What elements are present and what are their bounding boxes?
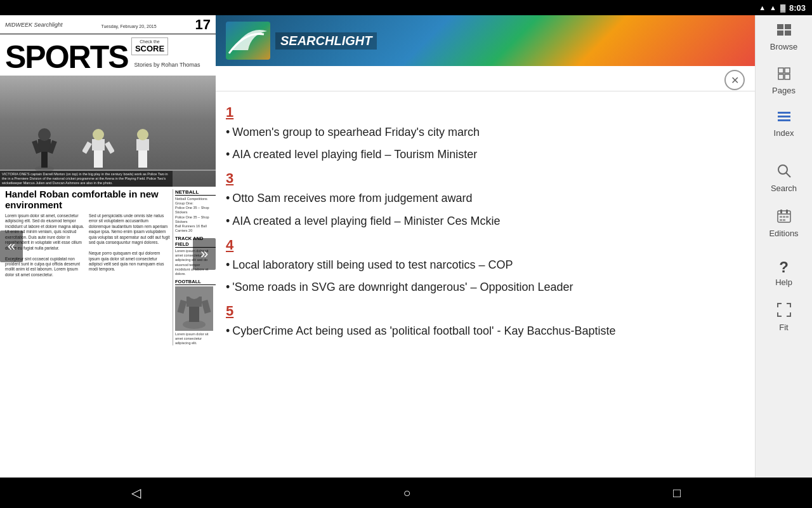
bottom-nav-bar: ◁ ○ □ xyxy=(0,478,812,508)
netball-content: Netball Competitions Group One: Police O… xyxy=(175,197,216,233)
svg-rect-10 xyxy=(105,142,114,154)
close-icon: ✕ xyxy=(731,74,739,86)
search-icon-svg xyxy=(776,163,792,178)
svg-point-18 xyxy=(188,286,200,299)
search-nav-icon xyxy=(776,163,792,182)
svg-rect-23 xyxy=(785,24,791,29)
logo-icon xyxy=(226,22,270,60)
recent-icon: □ xyxy=(673,486,681,500)
svg-rect-41 xyxy=(786,216,789,218)
story-area: Handel Roban comfortable in new environm… xyxy=(0,187,216,348)
article-item[interactable]: Local laboratory still being used to tes… xyxy=(226,257,745,273)
home-button[interactable]: ○ xyxy=(393,481,421,505)
logo-bar: SEARCHLIGHT xyxy=(216,15,755,66)
wifi-icon: ▲ xyxy=(769,4,776,11)
check-text: Check the xyxy=(133,39,166,44)
page-section-3: 3 xyxy=(226,170,745,187)
sidebar-item-search[interactable]: Search xyxy=(756,156,812,201)
svg-rect-42 xyxy=(780,219,782,221)
logo-searchlight-text: SEARCHLIGHT xyxy=(275,32,377,50)
article-item[interactable]: Otto Sam receives more from judgement aw… xyxy=(226,190,745,206)
page-number: 17 xyxy=(195,17,211,32)
sidebar-item-editions[interactable]: Editions xyxy=(756,201,812,246)
sidebar-item-browse[interactable]: Browse xyxy=(756,15,812,59)
search-bar xyxy=(216,66,755,91)
home-icon: ○ xyxy=(403,486,410,500)
pages-label: Pages xyxy=(772,86,796,95)
fit-icon-svg xyxy=(776,302,792,318)
story-headline: Handel Roban comfortable in new environm… xyxy=(5,189,170,210)
nav-next-button[interactable]: » xyxy=(193,238,216,270)
editions-icon xyxy=(776,208,792,227)
close-button[interactable]: ✕ xyxy=(724,70,745,90)
svg-point-33 xyxy=(778,165,787,174)
stories-by: Stories by Rohan Thomas xyxy=(134,61,200,73)
football-header: FOOTBALL xyxy=(175,279,216,285)
cricket-figure-1 xyxy=(25,117,63,174)
index-label: Index xyxy=(774,128,794,138)
netball-header: NETBALL xyxy=(175,189,216,196)
searchlight-logo: SEARCHLIGHT xyxy=(226,22,377,60)
story-columns: Lorem ipsum dolor sit amet, consectetur … xyxy=(5,213,170,277)
editions-icon-svg xyxy=(776,208,792,224)
browse-label: Browse xyxy=(770,42,797,51)
search-label: Search xyxy=(771,184,797,193)
score-text: SCORE xyxy=(133,44,166,53)
main-layout: MIDWEEK Searchlight Tuesday, February 20… xyxy=(0,15,812,478)
sidebar-item-pages[interactable]: Pages xyxy=(756,59,812,103)
page-section-1: 1 xyxy=(226,104,745,121)
svg-rect-39 xyxy=(780,216,782,218)
article-item[interactable]: AIA created level playing field – Touris… xyxy=(226,147,745,163)
svg-rect-22 xyxy=(777,24,783,29)
help-icon: ? xyxy=(779,258,789,276)
next-arrow-icon: » xyxy=(200,246,208,262)
nav-prev-button[interactable]: « xyxy=(0,231,23,262)
sidebar-item-help[interactable]: ? Help xyxy=(756,251,812,295)
article-item[interactable]: CyberCrime Act being used as 'political … xyxy=(226,323,745,339)
side-photo-figure xyxy=(175,286,213,331)
editions-label: Editions xyxy=(769,229,798,238)
svg-rect-38 xyxy=(786,210,788,213)
svg-rect-25 xyxy=(785,30,791,36)
newspaper-photo: VICTORIA ONE'S captain Darrell Morton (o… xyxy=(0,76,216,187)
help-label: Help xyxy=(775,277,792,287)
svg-rect-30 xyxy=(778,112,790,114)
index-icon-svg xyxy=(776,110,792,123)
fit-label: Fit xyxy=(779,323,788,332)
search-input[interactable] xyxy=(226,73,745,84)
sidebar-item-fit[interactable]: Fit xyxy=(756,295,812,340)
newspaper-panel: MIDWEEK Searchlight Tuesday, February 20… xyxy=(0,15,216,478)
article-list: 1Women's group to spearhead Friday's cit… xyxy=(216,91,755,478)
story-col-2: Sed ut perspiciatis unde omnis iste natu… xyxy=(89,213,170,277)
back-icon: ◁ xyxy=(131,486,141,500)
fit-icon xyxy=(776,302,792,321)
right-sidebar: Browse Pages Index xyxy=(755,15,812,478)
article-item[interactable]: Women's group to spearhead Friday's city… xyxy=(226,124,745,140)
svg-rect-12 xyxy=(136,139,149,150)
svg-rect-32 xyxy=(778,119,790,121)
cricket-figure-2 xyxy=(82,123,114,174)
logo-text-area: SEARCHLIGHT xyxy=(275,32,377,50)
check-score-box: Check the SCORE xyxy=(131,37,168,55)
browse-icon xyxy=(776,23,792,41)
svg-rect-9 xyxy=(82,142,92,154)
status-bar: ▲ ▲ ▓ 8:03 xyxy=(0,0,812,15)
svg-rect-37 xyxy=(780,210,782,213)
article-item[interactable]: 'Some roads in SVG are downright dangero… xyxy=(226,279,745,295)
back-button[interactable]: ◁ xyxy=(121,480,151,505)
svg-point-3 xyxy=(38,128,51,141)
newspaper-inner: MIDWEEK Searchlight Tuesday, February 20… xyxy=(0,15,216,478)
article-item[interactable]: AIA created a level playing field – Mini… xyxy=(226,213,745,229)
content-overlay: SEARCHLIGHT ✕ 1Women's group to spearhea… xyxy=(216,15,755,478)
browse-icon-svg xyxy=(776,23,792,37)
recent-apps-button[interactable]: □ xyxy=(663,481,691,505)
svg-point-13 xyxy=(137,129,148,140)
sidebar-item-index[interactable]: Index xyxy=(756,103,812,145)
main-story: Handel Roban comfortable in new environm… xyxy=(5,189,173,345)
svg-rect-16 xyxy=(189,304,199,322)
pages-icon-svg xyxy=(777,67,791,81)
svg-rect-43 xyxy=(783,219,785,221)
football-content: Lorem ipsum dolor sit amet consectetur a… xyxy=(175,332,216,345)
page-section-4: 4 xyxy=(226,237,745,253)
svg-point-8 xyxy=(93,129,104,140)
